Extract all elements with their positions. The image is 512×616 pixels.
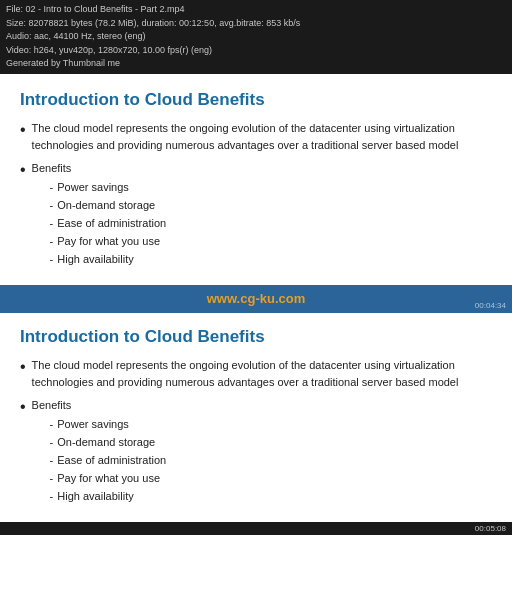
panel1-para: The cloud model represents the ongoing e… [32,120,492,154]
panel1-benefits-label: Benefits - Power savings - On-demand sto… [32,160,492,269]
list-item: - Power savings [50,179,492,196]
bottom-bar: 00:05:08 [0,522,512,535]
list-item: - Ease of administration [50,452,492,469]
panel2-sub-list: - Power savings - On-demand storage - Ea… [50,416,492,505]
list-item: - Pay for what you use [50,233,492,250]
sub-item-label: On-demand storage [57,434,155,451]
divider-timestamp: 00:04:34 [475,301,506,310]
list-item: - High availability [50,488,492,505]
top-info-bar: File: 02 - Intro to Cloud Benefits - Par… [0,0,512,74]
panel2-content: • The cloud model represents the ongoing… [20,357,492,506]
bullet-dot-3: • [20,357,26,378]
list-item: - Ease of administration [50,215,492,232]
panel2-bullet1: • The cloud model represents the ongoing… [20,357,492,391]
sub-item-label: High availability [57,488,133,505]
panel1-title: Introduction to Cloud Benefits [20,90,492,110]
sub-item-label: High availability [57,251,133,268]
dash-icon: - [50,215,54,232]
sub-item-label: Pay for what you use [57,233,160,250]
dash-icon: - [50,434,54,451]
bottom-panel: Introduction to Cloud Benefits • The clo… [0,313,512,522]
dash-icon: - [50,470,54,487]
dash-icon: - [50,233,54,250]
panel1-content: • The cloud model represents the ongoing… [20,120,492,269]
divider-bar: www.cg-ku.com 00:04:34 [0,285,512,313]
panel1-bullet2: • Benefits - Power savings - On-demand s… [20,160,492,269]
sub-item-label: Ease of administration [57,452,166,469]
bottom-timestamp: 00:05:08 [475,524,506,533]
bullet-dot-1: • [20,120,26,141]
top-panel: Introduction to Cloud Benefits • The clo… [0,74,512,285]
list-item: - On-demand storage [50,434,492,451]
dash-icon: - [50,416,54,433]
dash-icon: - [50,452,54,469]
file-info-line3: Audio: aac, 44100 Hz, stereo (eng) [6,30,506,44]
dash-icon: - [50,488,54,505]
panel1-sub-list: - Power savings - On-demand storage - Ea… [50,179,492,268]
file-info-line1: File: 02 - Intro to Cloud Benefits - Par… [6,3,506,17]
list-item: - Pay for what you use [50,470,492,487]
bullet-dot-2: • [20,160,26,181]
sub-item-label: On-demand storage [57,197,155,214]
sub-item-label: Ease of administration [57,215,166,232]
file-info-line2: Size: 82078821 bytes (78.2 MiB), duratio… [6,17,506,31]
panel1-bullet1: • The cloud model represents the ongoing… [20,120,492,154]
panel2-benefits-label: Benefits - Power savings - On-demand sto… [32,397,492,506]
watermark-text: www.cg-ku.com [207,291,305,306]
panel2-title: Introduction to Cloud Benefits [20,327,492,347]
file-info-line5: Generated by Thumbnail me [6,57,506,71]
panel2-bullet2: • Benefits - Power savings - On-demand s… [20,397,492,506]
list-item: - High availability [50,251,492,268]
dash-icon: - [50,179,54,196]
bullet-dot-4: • [20,397,26,418]
sub-item-label: Power savings [57,416,129,433]
list-item: - On-demand storage [50,197,492,214]
dash-icon: - [50,251,54,268]
file-info-line4: Video: h264, yuv420p, 1280x720, 10.00 fp… [6,44,506,58]
panel2-para: The cloud model represents the ongoing e… [32,357,492,391]
list-item: - Power savings [50,416,492,433]
sub-item-label: Pay for what you use [57,470,160,487]
dash-icon: - [50,197,54,214]
sub-item-label: Power savings [57,179,129,196]
